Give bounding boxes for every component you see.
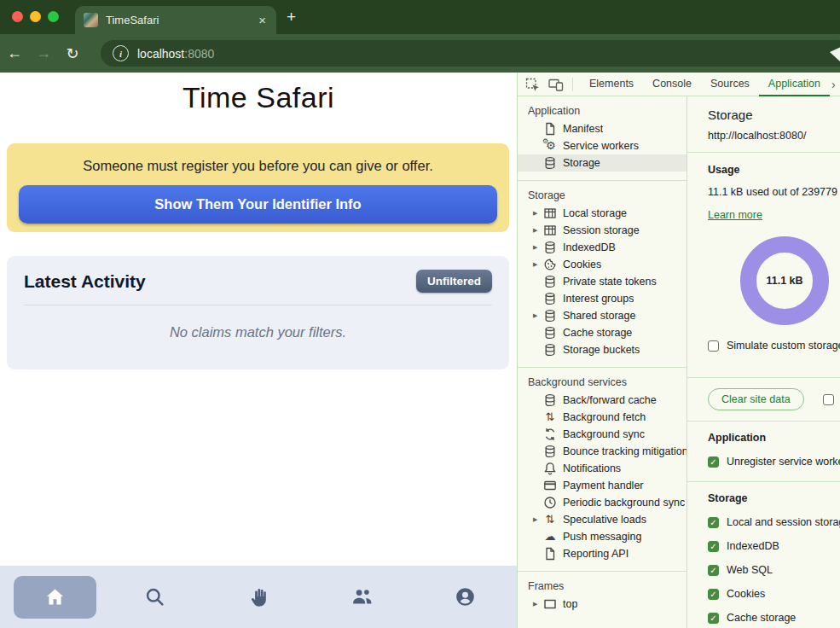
tree-item-speculative-loads[interactable]: ▶ ⇅ Speculative loads [518, 511, 686, 528]
tree-item-payment-handler[interactable]: Payment handler [518, 477, 686, 494]
nav-search[interactable] [103, 566, 206, 628]
close-window-button[interactable] [12, 11, 23, 22]
tree-item-top-frame[interactable]: ▶ top [518, 596, 686, 613]
including-cookies-checkbox[interactable] [823, 394, 834, 405]
application-checks-section: Application ✓ Unregister service workers [687, 422, 840, 482]
donut-value: 11.1 kB [740, 236, 829, 325]
storage-checks-heading: Storage [708, 492, 840, 504]
expand-arrow-icon[interactable]: ▶ [533, 516, 542, 523]
tab-title: TimeSafari [106, 14, 257, 26]
page-content: Time Safari Someone must register you be… [0, 73, 517, 628]
tree-item-background-fetch[interactable]: ⇅ Background fetch [518, 409, 686, 426]
minimize-window-button[interactable] [30, 11, 41, 22]
tree-item-storage-buckets[interactable]: Storage buckets [518, 341, 686, 358]
forward-button[interactable]: → [29, 44, 58, 62]
expand-arrow-icon[interactable]: ▶ [533, 601, 542, 608]
up-down-arrows-icon: ⇅ [543, 513, 557, 526]
local-session-storage-checkbox[interactable]: ✓ [708, 517, 719, 528]
unregister-sw-checkbox[interactable]: ✓ [708, 456, 719, 468]
nav-offers[interactable] [206, 566, 310, 628]
tree-item-periodic-background-sync[interactable]: Periodic background sync [518, 494, 686, 511]
nav-home[interactable] [0, 566, 103, 628]
learn-more-link[interactable]: Learn more [708, 209, 762, 221]
frame-icon [543, 597, 557, 611]
simulate-quota-row: Simulate custom storage quota [708, 340, 840, 352]
database-icon [543, 393, 557, 407]
site-info-icon[interactable]: i [113, 45, 129, 61]
database-icon [543, 343, 557, 357]
simulate-quota-label: Simulate custom storage quota [727, 340, 840, 352]
cache-storage-checkbox[interactable]: ✓ [708, 613, 719, 624]
application-sidebar: Application Manifest ⚙⚙ Service workers [518, 96, 687, 628]
tab-close-icon[interactable]: × [257, 13, 268, 27]
devtools-tab-application[interactable]: Application [759, 73, 830, 96]
device-toolbar-icon[interactable] [548, 78, 564, 91]
clock-icon [543, 496, 557, 509]
indexeddb-checkbox[interactable]: ✓ [708, 541, 719, 552]
zoom-window-button[interactable] [48, 11, 59, 22]
web-sql-checkbox[interactable]: ✓ [708, 565, 719, 576]
tree-item-reporting-api[interactable]: Reporting API [518, 545, 686, 562]
expand-arrow-icon[interactable]: ▶ [533, 227, 542, 234]
reload-button[interactable]: ↻ [58, 44, 87, 63]
file-icon [543, 547, 557, 561]
tree-item-session-storage[interactable]: ▶ Session storage [518, 222, 686, 239]
address-bar[interactable]: i localhost :8080 [101, 40, 840, 67]
check-cookies: ✓ Cookies [708, 588, 840, 600]
tree-item-local-storage[interactable]: ▶ Local storage [518, 205, 686, 222]
nav-home-active-pill[interactable] [14, 576, 96, 619]
expand-arrow-icon[interactable]: ▶ [533, 261, 542, 268]
empty-claims-message: No claims match your filters. [24, 324, 492, 340]
tree-item-shared-storage[interactable]: ▶ Shared storage [518, 307, 686, 324]
new-tab-button[interactable]: + [287, 9, 296, 25]
simulate-quota-checkbox[interactable] [708, 340, 719, 352]
devtools-tab-sources[interactable]: Sources [701, 73, 759, 96]
expand-arrow-icon[interactable]: ▶ [533, 210, 542, 217]
nav-contacts[interactable] [310, 566, 414, 628]
tree-item-service-workers[interactable]: ⚙⚙ Service workers [518, 137, 686, 154]
browser-toolbar: ← → ↻ i localhost :8080 [0, 34, 840, 73]
section-label: Storage [518, 186, 686, 205]
show-identifier-info-button[interactable]: Show Them Your Identifier Info [19, 185, 497, 224]
browser-tab[interactable]: TimeSafari × [75, 6, 276, 34]
devtools-panel: Elements Console Sources Application › A… [517, 73, 840, 628]
tree-item-bounce-tracking-mitigations[interactable]: Bounce tracking mitigations [518, 443, 686, 460]
usage-text: 11.1 kB used out of 239779 MB storage qu… [708, 186, 840, 198]
page-title: Time Safari [0, 81, 517, 114]
tree-item-cookies[interactable]: ▶ Cookies [518, 256, 686, 273]
tree-item-manifest[interactable]: Manifest [518, 120, 686, 137]
tree-item-back-forward-cache[interactable]: Back/forward cache [518, 392, 686, 409]
tree-item-cache-storage[interactable]: Cache storage [518, 324, 686, 341]
search-icon [143, 585, 166, 608]
tree-item-background-sync[interactable]: Background sync [518, 426, 686, 443]
application-heading: Application [708, 432, 840, 444]
expand-arrow-icon[interactable]: ▶ [533, 312, 542, 319]
check-indexeddb: ✓ IndexedDB [708, 540, 840, 552]
cookies-checkbox[interactable]: ✓ [708, 589, 719, 600]
devtools-tab-elements[interactable]: Elements [580, 73, 643, 96]
expand-arrow-icon[interactable]: ▶ [533, 244, 542, 251]
storage-panel-title: Storage [708, 108, 840, 122]
tree-item-private-state-tokens[interactable]: Private state tokens [518, 273, 686, 290]
more-tabs-icon[interactable]: › [831, 78, 836, 91]
section-label: Background services [518, 373, 686, 392]
registration-alert: Someone must register you before you can… [7, 143, 509, 232]
bottom-navigation [0, 566, 517, 628]
database-icon [543, 445, 557, 458]
tree-item-push-messaging[interactable]: ☁ Push messaging [518, 528, 686, 545]
tree-item-interest-groups[interactable]: Interest groups [518, 290, 686, 307]
unfiltered-button[interactable]: Unfiltered [416, 270, 492, 293]
back-button[interactable]: ← [0, 44, 29, 62]
devtools-tab-console[interactable]: Console [643, 73, 701, 96]
nav-profile[interactable] [414, 566, 517, 628]
clear-site-data-button[interactable]: Clear site data [708, 388, 804, 410]
usage-heading: Usage [708, 164, 840, 176]
tree-item-notifications[interactable]: Notifications [518, 460, 686, 477]
alert-message: Someone must register you before you can… [19, 158, 497, 174]
tree-item-indexeddb[interactable]: ▶ IndexedDB [518, 239, 686, 256]
unregister-sw-label: Unregister service workers [727, 456, 840, 468]
tree-item-storage[interactable]: Storage [518, 154, 686, 172]
inspect-element-icon[interactable] [525, 78, 541, 91]
storage-panel: Storage http://localhost:8080/ Usage 11.… [687, 96, 840, 628]
people-icon [350, 585, 374, 608]
